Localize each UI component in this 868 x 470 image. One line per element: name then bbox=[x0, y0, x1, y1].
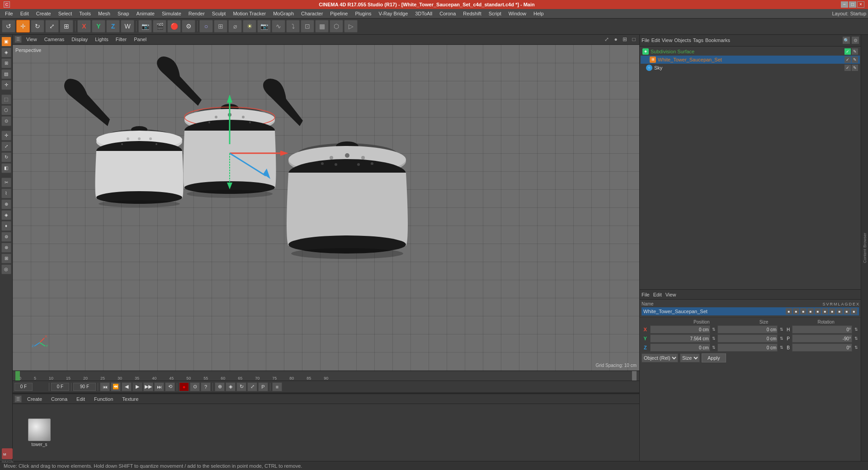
rc-bookmarks-tab[interactable]: Bookmarks bbox=[705, 38, 730, 43]
scale-tool-button[interactable]: ⤢ bbox=[45, 20, 59, 33]
rc-settings-icon[interactable]: ⚙ bbox=[852, 37, 859, 44]
menu-render[interactable]: Render bbox=[185, 10, 208, 17]
paint-button[interactable]: ⊞ bbox=[1, 254, 11, 263]
rc-view-menu[interactable]: View bbox=[662, 38, 673, 43]
object-cylinder-button[interactable]: ⌀ bbox=[228, 20, 242, 33]
menu-animate[interactable]: Animate bbox=[133, 10, 158, 17]
object-field-button[interactable]: ⊡ bbox=[301, 20, 314, 33]
current-frame-input[interactable]: 0 F bbox=[14, 383, 33, 391]
attr-flag-e[interactable]: ■ bbox=[844, 308, 850, 315]
pos-y-input[interactable]: 7.564 cm bbox=[650, 334, 710, 343]
viewport-grid-icon[interactable]: ⊞ bbox=[621, 36, 628, 43]
menu-create[interactable]: Create bbox=[33, 10, 54, 17]
menu-mesh[interactable]: Mesh bbox=[95, 10, 113, 17]
minimize-button[interactable]: − bbox=[841, 1, 848, 8]
play-end-btn[interactable]: ⏭ bbox=[154, 382, 164, 391]
menu-window[interactable]: Window bbox=[505, 10, 529, 17]
render-region-button[interactable]: 📷 bbox=[138, 20, 152, 33]
obj-sky[interactable]: ○ Sky ✓ ✎ bbox=[641, 64, 860, 72]
key-all-btn[interactable]: ⊕ bbox=[215, 382, 225, 391]
object-cube-button[interactable]: ⊞ bbox=[214, 20, 227, 33]
viewport-menu-btn[interactable]: ☰ bbox=[14, 36, 22, 43]
axis-mode-button[interactable]: ✛ bbox=[1, 80, 11, 90]
menu-plugins[interactable]: Plugins bbox=[352, 10, 374, 17]
menu-script[interactable]: Script bbox=[486, 10, 505, 17]
pos-x-input[interactable]: 0 cm bbox=[650, 325, 710, 334]
attr-item-row[interactable]: White_Tower_Saucepan_Set ■ ■ ■ ■ ■ ■ ■ ■… bbox=[642, 307, 859, 315]
viewport-panel-menu[interactable]: Panel bbox=[131, 36, 149, 43]
attr-flag-m[interactable]: ■ bbox=[807, 308, 814, 315]
transform-mode-select[interactable]: Size bbox=[680, 353, 700, 362]
menu-vray[interactable]: V-Ray Bridge bbox=[376, 10, 411, 17]
size-x-input[interactable]: 0 cm bbox=[717, 325, 778, 334]
menu-sculpt[interactable]: Sculpt bbox=[209, 10, 229, 17]
render-view-button[interactable]: ▷ bbox=[344, 20, 358, 33]
rot-x-input[interactable]: 0° bbox=[792, 325, 852, 334]
viewport-display-menu[interactable]: Display bbox=[69, 36, 90, 43]
axis-y-button[interactable]: Y bbox=[92, 20, 105, 33]
mat-corona-btn[interactable]: Corona bbox=[47, 395, 71, 403]
menu-edit[interactable]: Edit bbox=[17, 10, 32, 17]
model-mode-button[interactable]: ▣ bbox=[1, 37, 11, 47]
obj-sauce-flag-edit[interactable]: ✎ bbox=[852, 56, 858, 63]
menu-pipeline[interactable]: Pipeline bbox=[327, 10, 351, 17]
material-thumbnail[interactable] bbox=[28, 418, 51, 441]
render-settings-button[interactable]: ⚙ bbox=[182, 20, 195, 33]
rc-search-icon[interactable]: 🔍 bbox=[843, 37, 850, 44]
key-rot-btn[interactable]: ↻ bbox=[236, 382, 246, 391]
rotate-button[interactable]: ↻ bbox=[1, 152, 11, 162]
world-axis-button[interactable]: W bbox=[121, 20, 134, 33]
attr-view-menu[interactable]: View bbox=[665, 292, 676, 297]
size-z-input[interactable]: 0 cm bbox=[717, 343, 778, 352]
obj-sky-flag-edit[interactable]: ✎ bbox=[852, 65, 858, 71]
attr-file-menu[interactable]: File bbox=[642, 292, 650, 297]
end-frame-input[interactable]: 90 F bbox=[73, 383, 96, 391]
fps-input[interactable] bbox=[51, 383, 69, 391]
object-spline-button[interactable]: ∿ bbox=[272, 20, 285, 33]
rot-y-input[interactable]: -90° bbox=[792, 334, 852, 343]
material-menu-btn[interactable]: ☰ bbox=[14, 395, 22, 403]
attr-flag-x[interactable]: ■ bbox=[851, 308, 857, 315]
step-back-btn[interactable]: ⏪ bbox=[111, 382, 121, 391]
object-camera-button[interactable]: 📷 bbox=[257, 20, 271, 33]
rot-z-input[interactable]: 0° bbox=[792, 343, 852, 352]
close-button[interactable]: × bbox=[857, 1, 864, 8]
axis-x-button[interactable]: X bbox=[77, 20, 91, 33]
menu-motion-tracker[interactable]: Motion Tracker bbox=[230, 10, 269, 17]
obj-sky-flag-check[interactable]: ✓ bbox=[844, 65, 851, 71]
key-param-btn[interactable]: P bbox=[258, 382, 268, 391]
select-rect-button[interactable]: ⬚ bbox=[1, 94, 11, 104]
object-tag-button[interactable]: ⬡ bbox=[330, 20, 343, 33]
menu-simulate[interactable]: Simulate bbox=[159, 10, 184, 17]
menu-mograph[interactable]: MoGraph bbox=[270, 10, 297, 17]
render-active-button[interactable]: 🎬 bbox=[153, 20, 166, 33]
knife-button[interactable]: ✂ bbox=[1, 178, 11, 188]
rc-tags-tab[interactable]: Tags bbox=[693, 38, 703, 43]
obj-subdivision[interactable]: ◈ Subdivision Surface ✓ ✎ bbox=[641, 47, 860, 56]
play-back-btn[interactable]: ⏮ bbox=[100, 382, 110, 391]
menu-3dtoall[interactable]: 3DToAll bbox=[412, 10, 435, 17]
obj-sauce-flag-check[interactable]: ✓ bbox=[844, 56, 851, 63]
viewport-camera-icon[interactable]: ● bbox=[612, 36, 619, 43]
iron-button[interactable]: ♦ bbox=[1, 221, 11, 231]
play-forward-btn[interactable]: ▶ bbox=[132, 382, 142, 391]
menu-corona[interactable]: Corona bbox=[436, 10, 459, 17]
texture-mode-button[interactable]: ▤ bbox=[1, 69, 11, 79]
obj-sub-flag-check[interactable]: ✓ bbox=[844, 48, 851, 55]
key-scale-btn[interactable]: ⤢ bbox=[247, 382, 257, 391]
viewport-options-icon[interactable]: □ bbox=[630, 36, 637, 43]
key-pos-btn[interactable]: ◈ bbox=[226, 382, 236, 391]
mat-create-btn[interactable]: Create bbox=[24, 395, 46, 403]
extrude-button[interactable]: ⊕ bbox=[1, 199, 11, 209]
move-tool-button[interactable]: ✛ bbox=[16, 20, 30, 33]
scale-button[interactable]: ⤢ bbox=[1, 141, 11, 151]
viewport-cameras-menu[interactable]: Cameras bbox=[42, 36, 67, 43]
mirror-button[interactable]: ◧ bbox=[1, 163, 11, 173]
menu-redshift[interactable]: Redshift bbox=[460, 10, 484, 17]
move-button[interactable]: ✛ bbox=[1, 131, 11, 141]
attr-flag-a[interactable]: ■ bbox=[822, 308, 828, 315]
bevel-button[interactable]: ◈ bbox=[1, 210, 11, 220]
record-btn[interactable]: ● bbox=[179, 382, 189, 391]
mat-edit-btn[interactable]: Edit bbox=[73, 395, 89, 403]
next-frame-btn[interactable]: ▶▶ bbox=[143, 382, 153, 391]
